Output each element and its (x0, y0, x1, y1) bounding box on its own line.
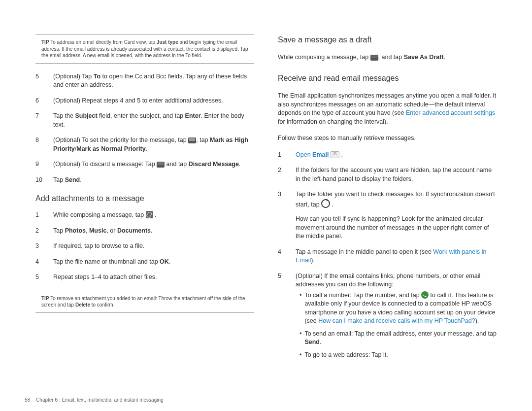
step-body: If the folders for the account you want … (296, 166, 497, 183)
link-open-email[interactable]: Open Email (296, 151, 329, 158)
step-body: (Optional) If the email contains links, … (296, 272, 497, 364)
step-number: 2 (35, 227, 44, 236)
step-number: 3 (35, 242, 44, 251)
recv-steps: 1 Open Email . 2 If the folders for the … (278, 151, 497, 364)
subhead-attachments: Add attachments to a message (35, 193, 254, 204)
step-number: 10 (35, 176, 44, 185)
step-body: Tap the file name or thumbnail and tap O… (53, 258, 254, 267)
step-b1: 1 While composing a message, tap . (35, 211, 254, 220)
menu-icon (157, 162, 165, 168)
step-5: 5 (Optional) Tap To to open the Cc and B… (35, 72, 254, 90)
step-body: (Optional) To set the priority for the m… (53, 136, 254, 153)
step-number: 5 (35, 273, 44, 282)
step-list-a: 5 (Optional) Tap To to open the Cc and B… (35, 72, 254, 185)
step-number: 9 (35, 160, 44, 169)
step-body: While composing a message, tap . (53, 211, 254, 220)
recv-para-1: The Email application synchronizes messa… (278, 92, 497, 126)
step-body: Open Email . (296, 151, 497, 160)
bullet-web: • To go to a web address: Tap it. (299, 351, 497, 360)
step-body: Tap the Subject field, enter the subject… (53, 112, 254, 129)
step-number: 4 (35, 258, 44, 267)
step-number: 1 (278, 151, 287, 160)
step-body: Tap the folder you want to check message… (296, 190, 497, 241)
step-6: 6 (Optional) Repeat steps 4 and 5 to ent… (35, 97, 254, 105)
tip-label: TIP (41, 296, 49, 301)
step-list-b: 1 While composing a message, tap . 2 Tap… (35, 211, 254, 282)
recv-para-2: Follow these steps to manually retrieve … (278, 134, 497, 143)
step-body: Tap a message in the middle panel to ope… (296, 248, 497, 265)
step-8: 8 (Optional) To set the priority for the… (35, 136, 254, 153)
step-body: If required, tap to browse to a file. (53, 242, 254, 251)
step-body: (Optional) Tap To to open the Cc and Bcc… (53, 72, 254, 90)
step-body: Tap Photos, Music, or Documents. (53, 227, 254, 236)
recv-step-4: 4 Tap a message in the middle panel to o… (278, 248, 497, 265)
step-number: 3 (278, 190, 287, 241)
call-icon (421, 291, 429, 299)
link-calls-touchpad[interactable]: How can I make and receive calls with my… (318, 317, 475, 324)
page-number: 58 (25, 397, 30, 403)
page-footer: 58 Chapter 6 : Email, text, multimedia, … (25, 397, 497, 403)
step-number: 5 (278, 272, 287, 364)
link-advanced-settings[interactable]: Enter advanced account settings (406, 109, 495, 116)
tip-text: To remove an attachment you added to an … (41, 296, 245, 308)
chapter-label: Chapter 6 : Email, text, multimedia, and… (36, 397, 163, 403)
save-draft-para: While composing a message, tap , and tap… (278, 53, 497, 62)
menu-icon (370, 55, 378, 61)
left-column: TIP To address an email directly from Ca… (35, 34, 254, 389)
step-number: 6 (35, 97, 44, 105)
attachment-icon (146, 211, 153, 218)
tip-box-2: TIP To remove an attachment you added to… (35, 291, 254, 313)
page-content: TIP To address an email directly from Ca… (0, 0, 532, 389)
step-b5: 5 Repeat steps 1–4 to attach other files… (35, 273, 254, 282)
recv-step-5: 5 (Optional) If the email contains links… (278, 272, 497, 364)
step-9: 9 (Optional) To discard a message: Tap a… (35, 160, 254, 169)
bullet-dot: • (299, 291, 301, 326)
step-number: 8 (35, 136, 44, 153)
refresh-icon (321, 199, 330, 208)
bullet-dot: • (299, 351, 301, 360)
step-b3: 3 If required, tap to browse to a file. (35, 242, 254, 251)
step-body: (Optional) Repeat steps 4 and 5 to enter… (53, 97, 254, 105)
bullet-dot: • (299, 330, 301, 347)
recv-step-3: 3 Tap the folder you want to check messa… (278, 190, 497, 241)
bullet-email: • To send an email: Tap the email addres… (299, 330, 497, 347)
step-b2: 2 Tap Photos, Music, or Documents. (35, 227, 254, 236)
tip-bold: Just type (157, 39, 178, 45)
menu-icon (188, 137, 196, 143)
tip-text-pre: To address an email directly from Card v… (50, 39, 157, 45)
email-icon (331, 151, 339, 158)
step-number: 1 (35, 211, 44, 220)
step-body: Tap Send. (53, 176, 254, 185)
subhead-receive: Receive and read email messages (278, 73, 497, 84)
step-b4: 4 Tap the file name or thumbnail and tap… (35, 258, 254, 267)
step-body: (Optional) To discard a message: Tap and… (53, 160, 254, 169)
step-body: Repeat steps 1–4 to attach other files. (53, 273, 254, 282)
step-10: 10 Tap Send. (35, 176, 254, 185)
step-number: 2 (278, 166, 287, 183)
tip-label: TIP (41, 39, 49, 45)
step-number: 7 (35, 112, 44, 129)
step-5-bullets: • To call a number: Tap the number, and … (296, 291, 497, 360)
bullet-call: • To call a number: Tap the number, and … (299, 291, 497, 326)
step-7: 7 Tap the Subject field, enter the subje… (35, 112, 254, 129)
tip-box-1: TIP To address an email directly from Ca… (35, 34, 254, 64)
right-column: Save a message as a draft While composin… (278, 34, 497, 389)
step-3-followup: How can you tell if sync is happening? L… (296, 215, 497, 241)
step-number: 5 (35, 72, 44, 90)
step-number: 4 (278, 248, 287, 265)
recv-step-1: 1 Open Email . (278, 151, 497, 160)
recv-step-2: 2 If the folders for the account you wan… (278, 166, 497, 183)
subhead-save-draft: Save a message as a draft (278, 34, 497, 45)
